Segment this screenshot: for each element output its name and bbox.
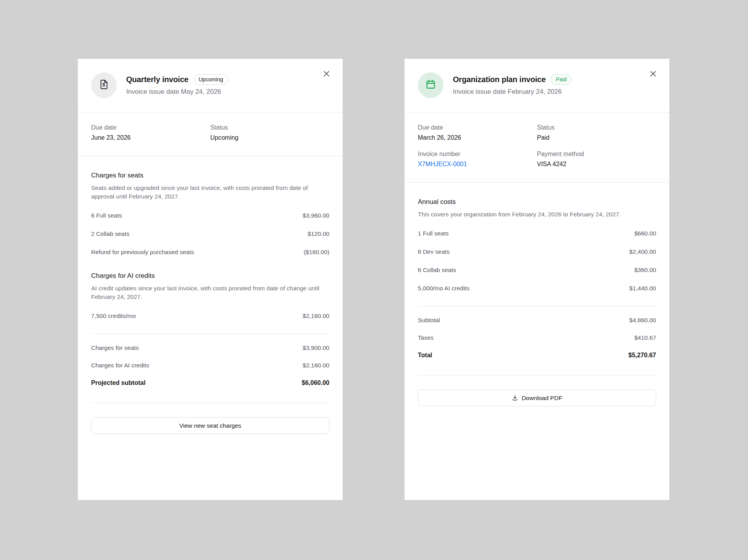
line-item-label: 5,000/mo AI credits [418, 285, 470, 292]
meta-value: Upcoming [210, 134, 329, 141]
section-heading-seats: Charges for seats [91, 172, 329, 179]
view-new-seat-charges-button[interactable]: View new seat charges [91, 417, 329, 434]
organization-meta: Due date March 26, 2026 Status Paid Invo… [405, 112, 669, 183]
summary-label: Subtotal [418, 317, 440, 324]
summary-value: $4,860.00 [629, 317, 656, 324]
meta-label: Due date [418, 124, 537, 131]
close-icon [649, 70, 657, 79]
divider [418, 375, 656, 376]
summary-value: $5,270.67 [628, 352, 656, 359]
page-background: $ Quarterly invoice Upcoming Invoice iss… [0, 0, 748, 560]
line-item-value: $360.00 [634, 267, 656, 274]
summary-label: Taxes [418, 334, 434, 341]
divider [91, 334, 329, 334]
meta-label: Payment method [537, 151, 656, 158]
invoice-icon-circle: $ [91, 72, 117, 98]
summary-row-total: Total $5,270.67 [418, 352, 656, 359]
line-item: 7,500 credits/mo $2,160.00 [91, 312, 329, 319]
line-item: 8 Dev seats $2,400.00 [418, 248, 656, 255]
line-item: Refund for previously purchased seats ($… [91, 249, 329, 256]
summary-row-ai-credits: Charges for AI credits $2,160.00 [91, 362, 329, 369]
calendar-icon [424, 78, 437, 92]
divider [91, 403, 329, 403]
organization-invoice-modal: Organization plan invoice Paid Invoice i… [405, 59, 669, 500]
close-icon [322, 70, 331, 79]
meta-value: VISA 4242 [537, 161, 656, 168]
quarterly-body: Charges for seats Seats added or upgrade… [78, 172, 343, 434]
divider [418, 306, 656, 306]
meta-value: June 23, 2026 [91, 134, 210, 141]
meta-label: Status [210, 124, 329, 131]
summary-label: Charges for AI credits [91, 362, 149, 369]
meta-value: Paid [537, 134, 656, 141]
summary-row-taxes: Taxes $410.67 [418, 334, 656, 341]
meta-status: Status Upcoming [210, 124, 329, 141]
invoice-issue-date: Invoice issue date February 24, 2026 [453, 88, 572, 96]
quarterly-header: $ Quarterly invoice Upcoming Invoice iss… [78, 59, 343, 112]
line-item-value: $1,440.00 [629, 285, 656, 292]
meta-due-date: Due date March 26, 2026 [418, 124, 537, 141]
page-title: Organization plan invoice [453, 75, 546, 84]
line-item-label: 6 Collab seats [418, 267, 456, 274]
line-item: 5,000/mo AI credits $1,440.00 [418, 285, 656, 292]
quarterly-invoice-modal: $ Quarterly invoice Upcoming Invoice iss… [78, 59, 343, 500]
line-item-label: Refund for previously purchased seats [91, 249, 194, 256]
close-button[interactable] [320, 68, 332, 80]
line-item-label: 7,500 credits/mo [91, 312, 136, 319]
invoice-issue-date: Invoice issue date May 24, 2026 [126, 88, 228, 96]
button-label: Download PDF [522, 395, 562, 402]
section-heading-annual-costs: Annual costs [418, 198, 656, 206]
summary-value: $2,160.00 [303, 362, 329, 369]
summary-row-subtotal: Subtotal $4,860.00 [418, 317, 656, 324]
organization-header: Organization plan invoice Paid Invoice i… [405, 59, 669, 112]
meta-invoice-number: Invoice number X7MHJECX-0001 [418, 151, 537, 168]
meta-label: Invoice number [418, 151, 537, 158]
download-icon [512, 395, 518, 401]
section-description: This covers your organization from Febru… [418, 210, 656, 219]
meta-status: Status Paid [537, 124, 656, 141]
line-item-value: $2,160.00 [303, 312, 329, 319]
svg-text:$: $ [102, 82, 105, 88]
page-title: Quarterly invoice [126, 75, 188, 84]
meta-label: Due date [91, 124, 210, 131]
line-item-value: $3,960.00 [303, 212, 329, 219]
line-item: 1 Full seats $660.00 [418, 230, 656, 237]
close-button[interactable] [647, 68, 659, 80]
line-item-label: 8 Dev seats [418, 248, 450, 255]
status-badge-paid: Paid [551, 74, 572, 85]
download-pdf-button[interactable]: Download PDF [418, 390, 656, 406]
line-item-value: ($180.00) [304, 249, 329, 256]
line-item: 6 Collab seats $360.00 [418, 267, 656, 274]
line-item-label: 2 Collab seats [91, 230, 129, 237]
summary-label: Charges for seats [91, 344, 139, 351]
meta-value: March 26, 2026 [418, 134, 537, 141]
invoice-number-link[interactable]: X7MHJECX-0001 [418, 161, 537, 168]
meta-payment-method: Payment method VISA 4242 [537, 151, 656, 168]
summary-row-seats: Charges for seats $3,900.00 [91, 344, 329, 351]
button-label: View new seat charges [179, 422, 241, 429]
summary-row-projected-subtotal: Projected subtotal $6,060.00 [91, 379, 329, 386]
calendar-icon-circle [418, 72, 444, 98]
section-heading-ai-credits: Charges for AI credits [91, 272, 329, 280]
line-item-label: 6 Full seats [91, 212, 122, 219]
line-item-value: $120.00 [308, 230, 329, 237]
summary-value: $3,900.00 [303, 344, 329, 351]
meta-due-date: Due date June 23, 2026 [91, 124, 210, 141]
meta-label: Status [537, 124, 656, 131]
line-item: 2 Collab seats $120.00 [91, 230, 329, 237]
line-item: 6 Full seats $3,960.00 [91, 212, 329, 219]
section-description: AI credit updates since your last invoic… [91, 284, 329, 301]
section-description: Seats added or upgraded since your last … [91, 184, 329, 201]
status-badge: Upcoming [194, 74, 228, 85]
line-item-label: 1 Full seats [418, 230, 449, 237]
summary-value: $410.67 [634, 334, 656, 341]
line-item-value: $660.00 [634, 230, 656, 237]
organization-body: Annual costs This covers your organizati… [405, 198, 669, 406]
invoice-dollar-icon: $ [98, 79, 110, 92]
quarterly-meta: Due date June 23, 2026 Status Upcoming [78, 112, 343, 156]
summary-value: $6,060.00 [302, 379, 329, 386]
summary-label: Projected subtotal [91, 379, 146, 386]
line-item-value: $2,400.00 [629, 248, 656, 255]
summary-label: Total [418, 352, 432, 359]
